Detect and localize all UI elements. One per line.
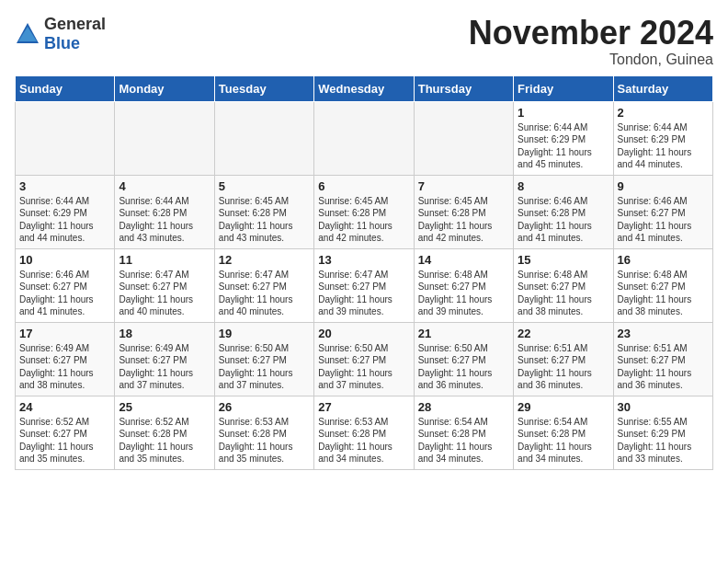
calendar-cell [16,101,115,175]
calendar-body: 1Sunrise: 6:44 AM Sunset: 6:29 PM Daylig… [16,101,713,469]
svg-marker-1 [18,27,37,41]
calendar-cell: 6Sunrise: 6:45 AM Sunset: 6:28 PM Daylig… [314,175,414,248]
weekday-sunday: Sunday [16,75,115,101]
calendar-cell: 20Sunrise: 6:50 AM Sunset: 6:27 PM Dayli… [314,322,414,396]
day-number: 16 [618,253,709,267]
day-number: 1 [518,106,609,120]
weekday-monday: Monday [115,75,214,101]
cell-info: Sunrise: 6:46 AM Sunset: 6:27 PM Dayligh… [618,195,709,245]
month-title: November 2024 [469,15,713,52]
cell-info: Sunrise: 6:50 AM Sunset: 6:27 PM Dayligh… [318,342,409,392]
cell-info: Sunrise: 6:45 AM Sunset: 6:28 PM Dayligh… [318,195,409,245]
cell-info: Sunrise: 6:50 AM Sunset: 6:27 PM Dayligh… [418,342,509,392]
weekday-saturday: Saturday [613,75,712,101]
cell-info: Sunrise: 6:53 AM Sunset: 6:28 PM Dayligh… [219,416,310,465]
cell-info: Sunrise: 6:46 AM Sunset: 6:28 PM Dayligh… [518,195,609,245]
week-row-1: 1Sunrise: 6:44 AM Sunset: 6:29 PM Daylig… [16,101,713,175]
calendar-cell: 9Sunrise: 6:46 AM Sunset: 6:27 PM Daylig… [613,175,712,248]
cell-info: Sunrise: 6:50 AM Sunset: 6:27 PM Dayligh… [219,342,310,392]
cell-info: Sunrise: 6:51 AM Sunset: 6:27 PM Dayligh… [618,342,709,392]
day-number: 18 [119,327,210,340]
cell-info: Sunrise: 6:44 AM Sunset: 6:29 PM Dayligh… [618,121,709,171]
week-row-3: 10Sunrise: 6:46 AM Sunset: 6:27 PM Dayli… [16,248,713,322]
day-number: 13 [318,253,409,267]
day-number: 26 [219,400,310,414]
cell-info: Sunrise: 6:45 AM Sunset: 6:28 PM Dayligh… [418,195,509,245]
calendar-cell: 10Sunrise: 6:46 AM Sunset: 6:27 PM Dayli… [16,248,115,322]
calendar-cell: 30Sunrise: 6:55 AM Sunset: 6:29 PM Dayli… [613,396,712,469]
logo-text: General Blue [44,15,106,53]
weekday-tuesday: Tuesday [214,75,313,101]
cell-info: Sunrise: 6:44 AM Sunset: 6:29 PM Dayligh… [518,121,609,171]
calendar-cell: 21Sunrise: 6:50 AM Sunset: 6:27 PM Dayli… [414,322,513,396]
day-number: 19 [219,327,310,340]
weekday-friday: Friday [514,75,613,101]
calendar-cell: 17Sunrise: 6:49 AM Sunset: 6:27 PM Dayli… [16,322,115,396]
weekday-thursday: Thursday [414,75,513,101]
cell-info: Sunrise: 6:52 AM Sunset: 6:28 PM Dayligh… [119,416,210,465]
calendar-cell: 25Sunrise: 6:52 AM Sunset: 6:28 PM Dayli… [115,396,214,469]
location-title: Tondon, Guinea [469,52,713,68]
logo-general: General [44,15,106,33]
day-number: 4 [119,179,210,193]
page-header: General Blue November 2024 Tondon, Guine… [15,15,713,68]
day-number: 24 [19,400,110,414]
day-number: 12 [219,253,310,267]
day-number: 23 [618,327,709,340]
calendar-cell: 22Sunrise: 6:51 AM Sunset: 6:27 PM Dayli… [514,322,613,396]
cell-info: Sunrise: 6:54 AM Sunset: 6:28 PM Dayligh… [418,416,509,465]
day-number: 27 [318,400,409,414]
day-number: 7 [418,179,509,193]
day-number: 5 [219,179,310,193]
day-number: 3 [19,179,110,193]
cell-info: Sunrise: 6:44 AM Sunset: 6:29 PM Dayligh… [19,195,110,245]
day-number: 25 [119,400,210,414]
logo: General Blue [15,15,106,53]
title-area: November 2024 Tondon, Guinea [469,15,713,68]
cell-info: Sunrise: 6:52 AM Sunset: 6:27 PM Dayligh… [19,416,110,465]
cell-info: Sunrise: 6:47 AM Sunset: 6:27 PM Dayligh… [219,269,310,318]
calendar-cell: 12Sunrise: 6:47 AM Sunset: 6:27 PM Dayli… [214,248,313,322]
cell-info: Sunrise: 6:53 AM Sunset: 6:28 PM Dayligh… [318,416,409,465]
day-number: 20 [318,327,409,340]
day-number: 15 [518,253,609,267]
calendar-cell: 14Sunrise: 6:48 AM Sunset: 6:27 PM Dayli… [414,248,513,322]
calendar-cell: 13Sunrise: 6:47 AM Sunset: 6:27 PM Dayli… [314,248,414,322]
calendar-cell [115,101,214,175]
cell-info: Sunrise: 6:47 AM Sunset: 6:27 PM Dayligh… [318,269,409,318]
calendar-cell: 19Sunrise: 6:50 AM Sunset: 6:27 PM Dayli… [214,322,313,396]
cell-info: Sunrise: 6:49 AM Sunset: 6:27 PM Dayligh… [119,342,210,392]
week-row-2: 3Sunrise: 6:44 AM Sunset: 6:29 PM Daylig… [16,175,713,248]
day-number: 14 [418,253,509,267]
cell-info: Sunrise: 6:45 AM Sunset: 6:28 PM Dayligh… [219,195,310,245]
calendar-cell [314,101,414,175]
cell-info: Sunrise: 6:55 AM Sunset: 6:29 PM Dayligh… [618,416,709,465]
logo-blue: Blue [44,34,80,52]
cell-info: Sunrise: 6:49 AM Sunset: 6:27 PM Dayligh… [19,342,110,392]
calendar-cell: 4Sunrise: 6:44 AM Sunset: 6:28 PM Daylig… [115,175,214,248]
day-number: 6 [318,179,409,193]
day-number: 17 [19,327,110,340]
calendar-cell: 15Sunrise: 6:48 AM Sunset: 6:27 PM Dayli… [514,248,613,322]
calendar-cell: 18Sunrise: 6:49 AM Sunset: 6:27 PM Dayli… [115,322,214,396]
calendar-cell [214,101,313,175]
day-number: 22 [518,327,609,340]
weekday-wednesday: Wednesday [314,75,414,101]
calendar-cell: 11Sunrise: 6:47 AM Sunset: 6:27 PM Dayli… [115,248,214,322]
calendar-cell: 7Sunrise: 6:45 AM Sunset: 6:28 PM Daylig… [414,175,513,248]
calendar-cell: 27Sunrise: 6:53 AM Sunset: 6:28 PM Dayli… [314,396,414,469]
calendar-cell: 29Sunrise: 6:54 AM Sunset: 6:28 PM Dayli… [514,396,613,469]
calendar-table: SundayMondayTuesdayWednesdayThursdayFrid… [15,75,713,470]
calendar-cell: 26Sunrise: 6:53 AM Sunset: 6:28 PM Dayli… [214,396,313,469]
day-number: 30 [618,400,709,414]
cell-info: Sunrise: 6:47 AM Sunset: 6:27 PM Dayligh… [119,269,210,318]
day-number: 28 [418,400,509,414]
day-number: 9 [618,179,709,193]
week-row-4: 17Sunrise: 6:49 AM Sunset: 6:27 PM Dayli… [16,322,713,396]
cell-info: Sunrise: 6:48 AM Sunset: 6:27 PM Dayligh… [618,269,709,318]
day-number: 10 [19,253,110,267]
day-number: 11 [119,253,210,267]
day-number: 2 [618,106,709,120]
day-number: 8 [518,179,609,193]
cell-info: Sunrise: 6:51 AM Sunset: 6:27 PM Dayligh… [518,342,609,392]
